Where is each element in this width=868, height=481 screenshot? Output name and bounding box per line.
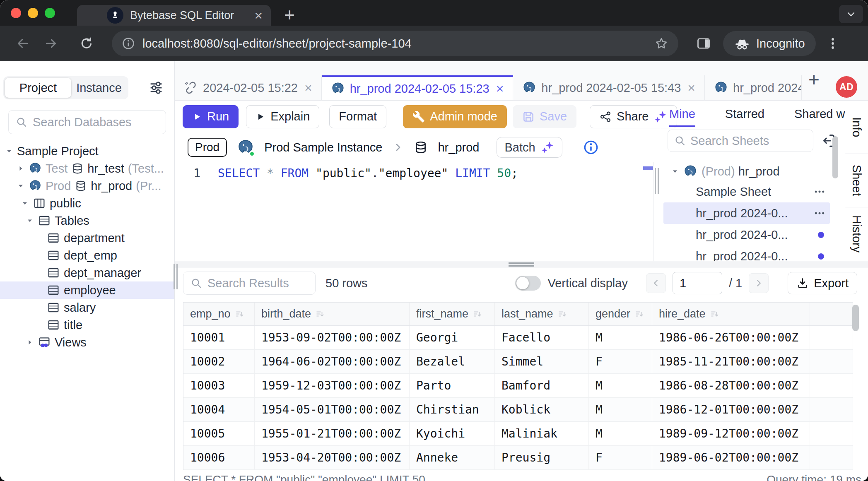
column-header-first_name[interactable]: first_name bbox=[410, 303, 495, 325]
run-button[interactable]: Run bbox=[183, 105, 239, 128]
tab-history[interactable]: History bbox=[845, 207, 868, 261]
tab-info[interactable]: Info bbox=[845, 101, 868, 154]
tree-item-hr-test[interactable]: Testhr_test(Test... bbox=[0, 160, 174, 177]
explain-button[interactable]: Explain bbox=[246, 105, 319, 128]
sort-icon[interactable] bbox=[315, 309, 325, 319]
column-header-hire_date[interactable]: hire_date bbox=[652, 303, 810, 325]
tree-item-views[interactable]: Views bbox=[0, 334, 174, 351]
tab-mine[interactable]: Mine bbox=[669, 101, 695, 127]
sheet-list-item[interactable]: hr_prod 2024-0... bbox=[663, 202, 830, 224]
sql-editor-area[interactable]: 1 SELECT * FROM "public"."employee" LIMI… bbox=[175, 162, 660, 261]
tree-item-tables[interactable]: Tables bbox=[0, 212, 174, 229]
bookmark-star-icon[interactable] bbox=[654, 36, 668, 51]
save-button[interactable]: Save bbox=[513, 105, 576, 128]
caret-down-icon[interactable] bbox=[17, 182, 25, 190]
address-bar[interactable]: localhost:8080/sql-editor/sheet/project-… bbox=[112, 31, 678, 56]
format-button[interactable]: Format bbox=[329, 105, 386, 128]
browser-menu-button[interactable] bbox=[822, 33, 843, 54]
sheet-tab[interactable]: hr_prod 2024-0 bbox=[705, 75, 802, 100]
browser-tab[interactable]: Bytebase SQL Editor × bbox=[77, 5, 271, 26]
sheet-tab[interactable]: hr_prod 2024-02-05 15:23× bbox=[322, 75, 514, 100]
column-header-birth_date[interactable]: birth_date bbox=[255, 303, 410, 325]
prev-page-button[interactable] bbox=[646, 273, 666, 293]
tab-starred[interactable]: Starred bbox=[725, 101, 764, 127]
editor-scrollbar-track[interactable] bbox=[643, 162, 653, 261]
caret-right-icon[interactable] bbox=[17, 164, 25, 173]
sort-icon[interactable] bbox=[710, 309, 720, 319]
sheet-search[interactable] bbox=[668, 130, 813, 152]
results-scrollbar[interactable] bbox=[852, 305, 859, 331]
tree-item-salary[interactable]: salary bbox=[0, 299, 174, 316]
database-search-input[interactable] bbox=[33, 115, 159, 129]
panel-resize-handle[interactable] bbox=[655, 168, 659, 194]
results-resize-splitter[interactable] bbox=[175, 261, 868, 268]
sheet-list-scrollbar[interactable] bbox=[832, 136, 838, 178]
column-header-last_name[interactable]: last_name bbox=[495, 303, 589, 325]
site-info-icon[interactable] bbox=[122, 37, 135, 50]
sheet-list-item[interactable]: hr_prod 2024-0... bbox=[663, 245, 830, 261]
tab-instance[interactable]: Instance bbox=[71, 81, 127, 95]
sidebar-resize-handle[interactable] bbox=[174, 264, 178, 289]
window-minimize-button[interactable] bbox=[28, 8, 38, 18]
tree-item-department[interactable]: department bbox=[0, 229, 174, 247]
sheet-tab[interactable]: 2024-02-05 15:22× bbox=[175, 75, 322, 100]
sheet-group[interactable]: (Prod) hr_prod bbox=[660, 162, 845, 181]
close-icon[interactable]: × bbox=[304, 81, 312, 94]
table-row[interactable]: 100051955-01-21T00:00:00ZKyoichiMaliniak… bbox=[183, 422, 853, 446]
tab-shared-with-me[interactable]: Shared w bbox=[794, 101, 845, 127]
sort-icon[interactable] bbox=[235, 309, 245, 319]
tab-sheet[interactable]: Sheet bbox=[845, 154, 868, 207]
admin-mode-button[interactable]: Admin mode bbox=[403, 105, 507, 128]
back-button[interactable] bbox=[12, 33, 33, 54]
tree-item-hr-prod[interactable]: Prodhr_prod(Pr... bbox=[0, 177, 174, 195]
column-header-gender[interactable]: gender bbox=[589, 303, 652, 325]
item-menu-button[interactable] bbox=[813, 207, 826, 219]
next-page-button[interactable] bbox=[749, 273, 769, 293]
table-row[interactable]: 100061953-04-20T00:00:00ZAnnekePreusigF1… bbox=[183, 446, 853, 470]
window-close-button[interactable] bbox=[11, 8, 21, 18]
caret-down-icon[interactable] bbox=[21, 199, 29, 207]
sort-icon[interactable] bbox=[634, 309, 644, 319]
caret-down-icon[interactable] bbox=[671, 167, 679, 176]
table-row[interactable]: 100021964-06-02T00:00:00ZBezalelSimmelF1… bbox=[183, 350, 853, 374]
sort-icon[interactable] bbox=[473, 309, 482, 319]
caret-right-icon[interactable] bbox=[26, 338, 34, 346]
user-avatar[interactable]: AD bbox=[836, 76, 857, 98]
tab-project[interactable]: Project bbox=[5, 78, 71, 98]
tree-item-employee[interactable]: employee bbox=[0, 281, 174, 299]
tab-search-button[interactable] bbox=[839, 5, 863, 23]
sort-icon[interactable] bbox=[557, 309, 567, 319]
splitter-drag-handle[interactable] bbox=[509, 262, 534, 268]
reload-button[interactable] bbox=[76, 33, 97, 54]
tree-item-dept-emp[interactable]: dept_emp bbox=[0, 247, 174, 264]
results-search-input[interactable] bbox=[207, 277, 309, 290]
tree-item-dept-manager[interactable]: dept_manager bbox=[0, 264, 174, 281]
caret-down-icon[interactable] bbox=[5, 147, 13, 155]
vertical-display-toggle[interactable] bbox=[515, 276, 541, 291]
window-maximize-button[interactable] bbox=[45, 8, 55, 18]
export-button[interactable]: Export bbox=[788, 272, 857, 294]
add-sheet-button[interactable]: + bbox=[808, 70, 820, 91]
tree-item-public[interactable]: public bbox=[0, 195, 174, 212]
page-number-input[interactable] bbox=[673, 272, 722, 294]
new-tab-button[interactable]: + bbox=[280, 5, 299, 24]
table-row[interactable]: 100031959-12-03T00:00:00ZPartoBamfordM19… bbox=[183, 374, 853, 398]
table-row[interactable]: 100041954-05-01T00:00:00ZChirstianKoblic… bbox=[183, 398, 853, 422]
results-search[interactable] bbox=[183, 272, 316, 295]
side-panel-button[interactable] bbox=[693, 33, 714, 54]
forward-button[interactable] bbox=[41, 33, 61, 54]
sheet-tab[interactable]: hr_prod 2024-02-05 15:43× bbox=[513, 75, 705, 100]
table-row[interactable]: 100011953-09-02T00:00:00ZGeorgiFacelloM1… bbox=[183, 326, 853, 350]
filter-settings-button[interactable] bbox=[148, 79, 164, 96]
batch-button[interactable]: Batch bbox=[497, 137, 562, 158]
close-icon[interactable]: × bbox=[687, 81, 695, 94]
sheet-list-item[interactable]: hr_prod 2024-0... bbox=[663, 224, 830, 245]
caret-down-icon[interactable] bbox=[26, 216, 34, 225]
database-name[interactable]: hr_prod bbox=[438, 141, 479, 154]
database-search[interactable] bbox=[8, 110, 166, 134]
column-header-emp_no[interactable]: emp_no bbox=[183, 303, 255, 325]
connection-info-button[interactable] bbox=[583, 139, 599, 155]
sheet-list-item[interactable]: Sample Sheet bbox=[663, 181, 830, 202]
tree-item-title[interactable]: title bbox=[0, 316, 174, 334]
tree-item-sample-project[interactable]: Sample Project bbox=[0, 142, 174, 160]
